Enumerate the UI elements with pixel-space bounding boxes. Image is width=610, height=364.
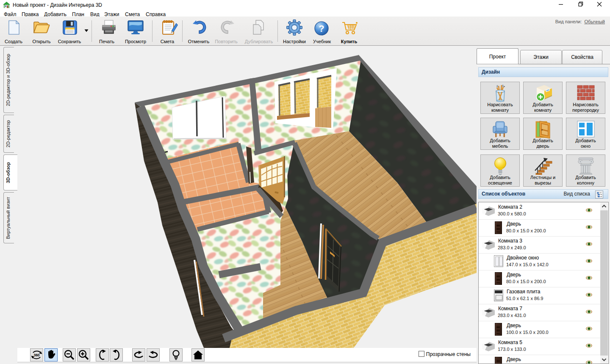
svg-text:?: ? (319, 23, 324, 34)
svg-text:360: 360 (33, 353, 39, 357)
